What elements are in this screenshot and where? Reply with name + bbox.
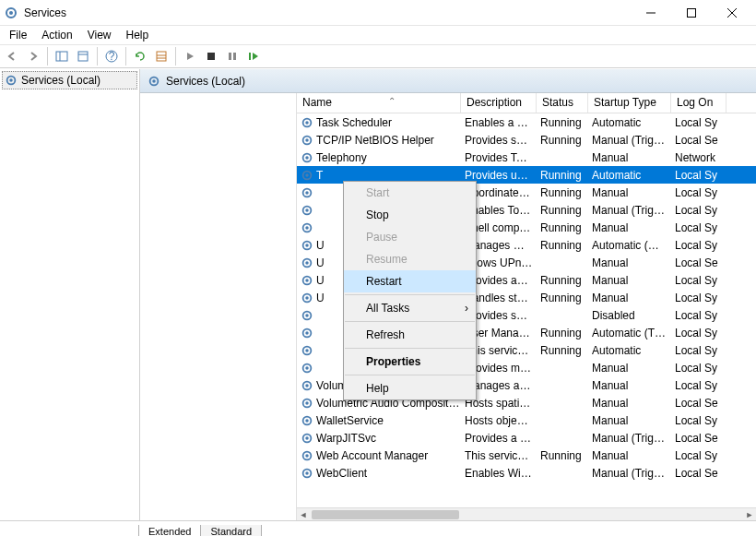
cell-description: This service … <box>461 449 537 462</box>
col-status[interactable]: Status <box>537 93 588 113</box>
properties-button[interactable] <box>151 46 171 66</box>
cell-logon: Network <box>671 151 726 164</box>
title-bar: Services <box>0 0 756 26</box>
svg-point-60 <box>305 436 309 440</box>
restart-service-button[interactable] <box>243 46 264 66</box>
cell-logon: Local Se <box>671 432 726 445</box>
service-row[interactable]: Web Account ManagerThis service …Running… <box>297 447 756 464</box>
svg-point-30 <box>305 173 309 177</box>
cell-logon: Local Sy <box>671 379 726 392</box>
col-name[interactable]: Name <box>297 93 461 113</box>
export-list-button[interactable] <box>73 46 93 66</box>
context-menu-separator <box>345 348 475 349</box>
cell-status: Running <box>537 186 588 199</box>
context-menu-item-all-tasks[interactable]: All Tasks <box>344 297 476 319</box>
refresh-button[interactable] <box>130 46 150 66</box>
svg-point-40 <box>305 261 309 265</box>
cell-logon: Local Sy <box>671 186 726 199</box>
context-menu-separator <box>345 375 475 375</box>
svg-point-46 <box>305 314 309 317</box>
svg-point-32 <box>305 191 309 195</box>
service-icon <box>301 256 313 269</box>
horizontal-scrollbar[interactable]: ◄ ► <box>297 507 756 520</box>
cell-logon: Local Sy <box>671 327 726 339</box>
scroll-right-arrow[interactable]: ► <box>743 509 756 520</box>
panel-icon <box>148 75 160 88</box>
context-menu: StartStopPauseResumeRestartAll TasksRefr… <box>343 181 477 400</box>
service-icon <box>301 327 313 339</box>
tab-standard[interactable]: Standard <box>200 525 262 536</box>
scroll-left-arrow[interactable]: ◄ <box>297 509 310 520</box>
tree-root-node[interactable]: Services (Local) <box>2 71 137 89</box>
service-row[interactable]: TCP/IP NetBIOS HelperProvides su…Running… <box>297 131 756 149</box>
service-icon <box>301 362 313 375</box>
back-button[interactable] <box>2 46 22 66</box>
cell-status: Running <box>537 204 588 217</box>
service-icon <box>301 467 313 480</box>
service-icon <box>301 397 313 410</box>
cell-status: Running <box>537 327 588 339</box>
service-row[interactable]: WebClientEnables Win…Manual (Trig…Local … <box>297 464 756 482</box>
svg-point-20 <box>9 78 13 82</box>
cell-logon: Local Sy <box>671 362 726 375</box>
service-row[interactable]: Task SchedulerEnables a us…RunningAutoma… <box>297 113 756 131</box>
cell-startup: Manual (Trig… <box>588 467 671 480</box>
tree-root-label: Services (Local) <box>21 74 100 87</box>
scroll-thumb[interactable] <box>312 510 459 519</box>
cell-description: Enables a us… <box>461 116 537 129</box>
service-row[interactable]: WarpJITSvcProvides a JI…Manual (Trig…Loc… <box>297 429 756 447</box>
context-menu-item-refresh[interactable]: Refresh <box>344 324 476 346</box>
forward-button[interactable] <box>23 46 43 66</box>
context-menu-item-properties[interactable]: Properties <box>344 351 476 373</box>
tab-extended[interactable]: Extended <box>138 525 201 536</box>
cell-description: Enables Win… <box>461 467 537 480</box>
cell-name: Task Scheduler <box>297 116 461 129</box>
cell-status: Running <box>537 134 588 147</box>
close-button[interactable] <box>712 0 752 26</box>
col-log-on[interactable]: Log On <box>671 93 726 113</box>
cell-logon: Local Sy <box>671 292 726 304</box>
cell-startup: Automatic (T… <box>588 327 671 339</box>
show-hide-tree-button[interactable] <box>52 46 72 66</box>
svg-point-44 <box>305 296 309 300</box>
cell-logon: Local Se <box>671 256 726 269</box>
svg-point-1 <box>9 11 13 15</box>
help-button[interactable]: ? <box>101 46 122 66</box>
menu-action[interactable]: Action <box>34 27 79 43</box>
cell-startup: Disabled <box>588 309 671 322</box>
menu-view[interactable]: View <box>80 27 119 43</box>
cell-startup: Manual <box>588 449 671 462</box>
col-startup-type[interactable]: Startup Type <box>588 93 671 113</box>
start-service-button[interactable] <box>180 46 200 66</box>
menu-help[interactable]: Help <box>119 27 157 43</box>
pause-service-button[interactable] <box>222 46 242 66</box>
service-row[interactable]: WalletServiceHosts objec…ManualLocal Sy <box>297 411 756 429</box>
minimize-button[interactable] <box>631 0 671 26</box>
context-menu-item-stop[interactable]: Stop <box>344 204 476 226</box>
col-description[interactable]: Description <box>461 93 537 113</box>
view-tabs: Extended Standard <box>0 520 756 536</box>
cell-startup: Manual (Trig… <box>588 204 671 217</box>
context-menu-item-restart[interactable]: Restart <box>344 270 476 292</box>
maximize-button[interactable] <box>671 0 712 26</box>
svg-rect-17 <box>233 53 236 60</box>
service-row[interactable]: TelephonyProvides Tel…ManualNetwork <box>297 149 756 166</box>
panel-title: Services (Local) <box>166 75 245 88</box>
cell-name: WalletService <box>297 414 461 427</box>
cell-status: Running <box>537 239 588 252</box>
svg-point-22 <box>152 79 156 83</box>
context-menu-item-start: Start <box>344 182 476 204</box>
menu-file[interactable]: File <box>2 27 34 43</box>
services-app-icon <box>4 6 18 20</box>
context-menu-item-help[interactable]: Help <box>344 377 476 399</box>
svg-rect-15 <box>207 53 215 60</box>
stop-service-button[interactable] <box>201 46 221 66</box>
window-title: Services <box>24 6 631 19</box>
svg-rect-16 <box>229 53 231 60</box>
svg-point-50 <box>305 349 309 352</box>
svg-point-56 <box>305 401 309 405</box>
cell-description: Provides a JI… <box>461 432 537 445</box>
tree-pane: Services (Local) <box>0 69 140 520</box>
svg-point-28 <box>305 156 309 160</box>
cell-startup: Manual <box>588 397 671 410</box>
